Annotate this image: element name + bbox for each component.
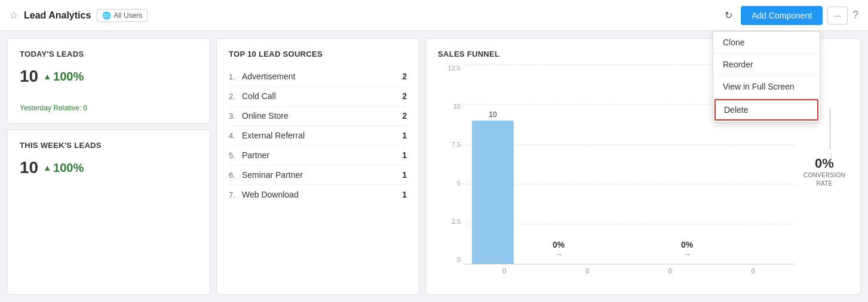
source-name-5: Partner [242,150,402,160]
source-count-2: 2 [402,91,407,101]
dropdown-menu: Clone Reorder View in Full Screen Delete [713,31,820,122]
dropdown-item-clone[interactable]: Clone [713,32,820,54]
todays-percent: 100% [53,70,84,84]
source-num-2: 2. [229,92,242,101]
x-val-0: 0 [502,267,506,275]
todays-leads-card: TODAY'S LEADS 10 ▲ 100% Yesterday Relati… [7,38,210,124]
down-arrow-head: ↓ [830,151,833,158]
page-title: Lead Analytics [24,10,91,21]
conversion-rate-label: CONVERSION RATE [800,171,848,188]
source-num-1: 1. [229,72,242,81]
source-num-3: 3. [229,112,242,121]
y-label-125: 12.5 [438,64,461,72]
source-num-4: 4. [229,131,242,140]
top-bar: ☆ Lead Analytics 🌐 All Users ↻ Add Compo… [0,0,868,31]
todays-leads-title: TODAY'S LEADS [20,50,198,58]
filter-badge[interactable]: 🌐 All Users [97,9,148,22]
lead-sources-card: TOP 10 LEAD SOURCES 1. Advertisement 2 2… [216,38,419,295]
lead-sources-title: TOP 10 LEAD SOURCES [229,50,407,58]
x-axis-values: 0 0 0 0 [463,267,795,275]
this-weeks-leads-title: THIS WEEK'S LEADS [20,141,198,150]
down-arrow-line [830,108,830,150]
conv-arrow-2: → [648,249,726,259]
source-num-7: 7. [229,190,242,199]
list-item: 2. Cold Call 2 [229,87,407,106]
y-label-10: 10 [438,103,461,110]
dropdown-item-reorder[interactable]: Reorder [713,54,820,76]
filter-label: All Users [114,11,142,20]
list-item: 4. External Referral 1 [229,126,407,146]
conv-arrow-1: → [529,249,588,259]
source-name-2: Cold Call [242,91,402,101]
top-bar-left: ☆ Lead Analytics 🌐 All Users [10,9,148,22]
list-item: 6. Seminar Partner 1 [229,165,407,185]
bar [472,121,514,264]
top-bar-right: ↻ Add Component ··· ? [721,6,858,25]
source-count-6: 1 [402,170,407,180]
list-item: 7. Web Download 1 [229,185,407,204]
dropdown-item-fullscreen[interactable]: View in Full Screen [713,76,820,98]
star-icon[interactable]: ☆ [10,10,18,21]
this-weeks-percent-badge: ▲ 100% [43,161,84,175]
y-label-0: 0 [438,256,461,263]
conv-percent-1: 0% [529,240,588,249]
todays-count: 10 [20,67,38,86]
y-label-75: 7.5 [438,141,461,148]
source-num-5: 5. [229,151,242,160]
x-val-3: 0 [752,267,755,275]
list-item: 1. Advertisement 2 [229,67,407,87]
source-name-4: External Referral [242,131,402,140]
x-val-2: 0 [668,267,672,275]
y-axis: 0 2.5 5 7.5 10 12.5 [438,64,461,264]
middle-column: TOP 10 LEAD SOURCES 1. Advertisement 2 2… [216,38,419,295]
y-label-5: 5 [438,180,461,187]
todays-leads-number: 10 ▲ 100% [20,67,198,86]
source-name-3: Online Store [242,111,402,121]
globe-icon: 🌐 [102,11,111,20]
conversion-rate-percent: 0% [800,156,848,171]
bar-wrapper: 10 [472,110,514,264]
dropdown-item-delete[interactable]: Delete [714,99,818,121]
bar-label: 10 [472,110,514,119]
list-item: 3. Online Store 2 [229,106,407,126]
source-count-5: 1 [402,150,407,160]
source-count-1: 2 [402,72,407,81]
conv-percent-2: 0% [648,240,726,249]
conversion-rate-panel: 0% CONVERSION RATE ↓ [800,156,848,188]
y-label-25: 2.5 [438,218,461,225]
this-weeks-leads-number: 10 ▲ 100% [20,158,198,177]
source-count-4: 1 [402,131,407,140]
conv-items: 0% → 0% → [529,240,726,259]
left-column: TODAY'S LEADS 10 ▲ 100% Yesterday Relati… [7,38,210,295]
yesterday-relative: Yesterday Relative: 0 [20,104,198,112]
source-name-6: Seminar Partner [242,170,402,180]
this-weeks-leads-card: THIS WEEK'S LEADS 10 ▲ 100% [7,130,210,295]
x-val-1: 0 [585,267,589,275]
conv-item-1: 0% → [529,240,588,259]
source-name-1: Advertisement [242,72,402,81]
source-num-6: 6. [229,171,242,180]
this-weeks-percent: 100% [53,161,84,175]
arrow-up-icon: ▲ [43,72,51,81]
help-icon[interactable]: ? [852,9,858,21]
this-weeks-count: 10 [20,158,38,177]
list-item: 5. Partner 1 [229,146,407,165]
refresh-icon[interactable]: ↻ [721,6,736,24]
add-component-button[interactable]: Add Component [741,6,823,25]
more-options-button[interactable]: ··· [827,7,848,24]
source-name-7: Web Download [242,190,402,199]
source-count-7: 1 [402,190,407,199]
source-count-3: 2 [402,111,407,121]
todays-percent-badge: ▲ 100% [43,70,84,84]
conv-item-2: 0% → [648,240,726,259]
arrow-up-icon-2: ▲ [43,163,51,172]
